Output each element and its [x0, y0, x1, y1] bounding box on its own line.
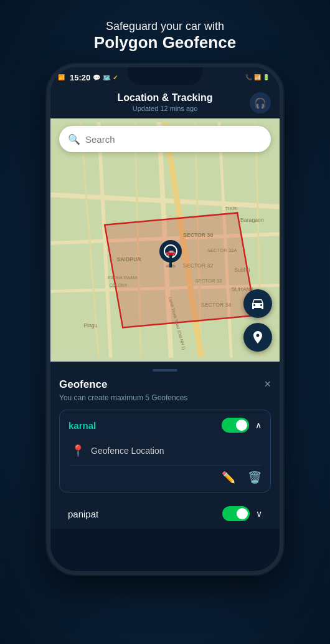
- geofence-location-row: 📍 Geofence Location: [68, 439, 262, 463]
- header-subtitle: Updated 12 mins ago: [60, 105, 270, 112]
- search-bar[interactable]: 🔍: [59, 126, 271, 152]
- geofence-controls-panipat: ∨: [222, 506, 262, 521]
- map-area[interactable]: SAIDPUR RADHA SWAMI COLONY SECTOR 30 SEC…: [50, 118, 280, 362]
- svg-text:TIKRI: TIKRI: [225, 206, 238, 211]
- geofence-item-panipat: panipat ∨: [59, 499, 271, 529]
- search-icon: 🔍: [68, 133, 80, 145]
- pin-location-fab[interactable]: [243, 323, 272, 352]
- header-title: Location & Tracking: [60, 92, 270, 103]
- phone-notch: [128, 67, 202, 85]
- delete-icon[interactable]: 🗑️: [248, 471, 262, 484]
- geofence-card-karnal: karnal ∧ 📍 Geofence Location ✏️ 🗑️: [59, 410, 271, 493]
- svg-text:Subhri: Subhri: [234, 267, 250, 273]
- geofence-location-label: Geofence Location: [91, 446, 164, 456]
- phone-frame: 📶 15:20 💬 🗺️ ✓ 📞 📶 🔋 Location & Tracking…: [47, 64, 283, 575]
- chevron-up-icon[interactable]: ∧: [255, 420, 262, 430]
- svg-text:🚗: 🚗: [166, 246, 176, 257]
- wifi-icon: 📶: [254, 74, 261, 80]
- panel-close-button[interactable]: ×: [264, 378, 271, 391]
- battery-icon: 🔋: [263, 74, 270, 80]
- svg-marker-12: [105, 213, 255, 327]
- map-fab-container: [243, 289, 272, 352]
- geofence-actions-karnal: ✏️ 🗑️: [68, 465, 262, 484]
- bottom-panel: Geofence × You can create maximum 5 Geof…: [50, 362, 280, 529]
- panel-description: You can create maximum 5 Geofences: [59, 393, 271, 402]
- chevron-down-icon[interactable]: ∨: [256, 509, 262, 519]
- panel-header: Geofence ×: [59, 378, 271, 391]
- toggle-panipat[interactable]: [222, 506, 250, 521]
- car-location-fab[interactable]: [243, 289, 272, 318]
- svg-text:Baragaon: Baragaon: [240, 217, 264, 223]
- status-icons: 📞 📶 🔋: [245, 74, 270, 80]
- svg-text:SAIDPUR: SAIDPUR: [117, 256, 142, 262]
- signal-icon: 📶: [58, 74, 65, 80]
- whatsapp-icon: 💬: [93, 74, 100, 81]
- headline-title: Polygon Geofence: [94, 33, 236, 52]
- svg-text:Pingu: Pingu: [83, 322, 97, 329]
- support-button[interactable]: 🎧: [250, 92, 271, 113]
- svg-text:SECTOR 32: SECTOR 32: [183, 262, 213, 269]
- status-left: 📶 15:20 💬 🗺️ ✓: [58, 73, 118, 82]
- geofence-name-panipat: panipat: [68, 509, 98, 519]
- drag-indicator: [153, 369, 177, 372]
- search-input[interactable]: [85, 134, 262, 145]
- headphone-icon: 🎧: [254, 97, 266, 109]
- svg-text:SECTOR 30: SECTOR 30: [183, 232, 213, 238]
- geofence-card-header: karnal ∧: [68, 418, 262, 433]
- headline-subtitle: Safeguard your car with: [106, 20, 224, 32]
- maps-icon: 🗺️: [103, 74, 110, 81]
- app-header: Location & Tracking Updated 12 mins ago …: [50, 87, 280, 118]
- edit-icon[interactable]: ✏️: [222, 471, 235, 484]
- geofence-name-karnal: karnal: [68, 420, 96, 431]
- svg-text:SECTOR 33: SECTOR 33: [195, 278, 222, 284]
- panel-title: Geofence: [59, 378, 107, 391]
- svg-text:COLONY: COLONY: [110, 283, 128, 287]
- svg-text:RADHA SWAMI: RADHA SWAMI: [108, 276, 138, 280]
- status-time: 15:20: [70, 73, 90, 82]
- headline: Safeguard your car with Polygon Geofence: [94, 20, 236, 52]
- svg-text:SECTOR 34: SECTOR 34: [201, 302, 231, 308]
- geofence-controls-karnal: ∧: [222, 418, 262, 433]
- tick-icon: ✓: [113, 74, 118, 81]
- toggle-karnal[interactable]: [222, 418, 249, 433]
- location-pin-icon: 📍: [71, 444, 85, 458]
- call-icon: 📞: [245, 74, 252, 80]
- location-marker: 🚗: [159, 240, 182, 270]
- svg-text:SECTOR 32A: SECTOR 32A: [207, 248, 238, 253]
